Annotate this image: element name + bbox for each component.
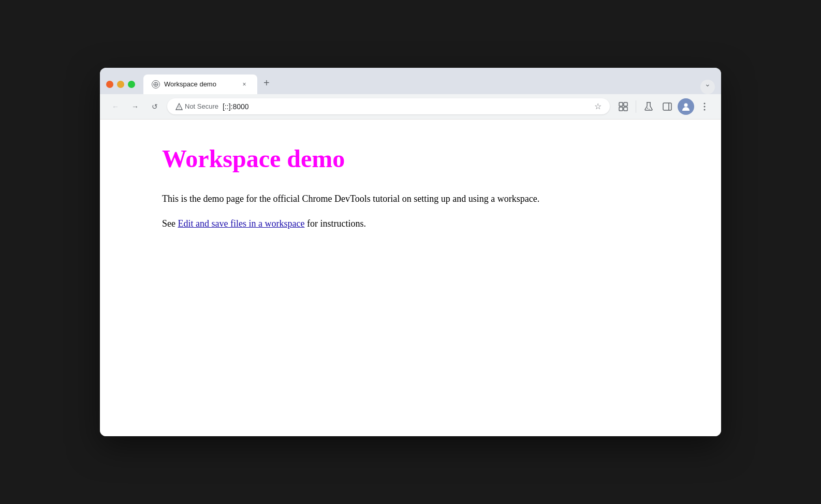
- lab-button[interactable]: [640, 98, 657, 115]
- not-secure-label: Not Secure: [185, 102, 218, 110]
- svg-point-10: [649, 109, 650, 110]
- url-bar[interactable]: ! Not Secure [::]:8000 ☆: [167, 98, 610, 114]
- svg-point-16: [704, 109, 706, 110]
- page-content: Workspace demo This is the demo page for…: [100, 120, 721, 437]
- svg-rect-11: [663, 103, 671, 110]
- svg-point-14: [704, 102, 706, 104]
- workspace-link[interactable]: Edit and save files in a workspace: [178, 218, 305, 229]
- tab-favicon-icon: [152, 80, 160, 88]
- minimize-button[interactable]: [117, 81, 124, 88]
- url-display: [::]:8000: [223, 102, 249, 111]
- close-button[interactable]: [106, 81, 113, 88]
- reload-button[interactable]: ↺: [148, 99, 162, 114]
- back-button[interactable]: ←: [108, 99, 123, 114]
- active-tab[interactable]: Workspace demo ×: [143, 75, 257, 94]
- toolbar-divider: [636, 100, 636, 113]
- svg-point-15: [704, 106, 706, 107]
- page-heading: Workspace demo: [162, 144, 659, 173]
- tab-list-button[interactable]: ⌄: [700, 80, 715, 94]
- sidebar-button[interactable]: [659, 98, 676, 115]
- svg-rect-7: [624, 107, 627, 111]
- svg-rect-4: [619, 102, 623, 106]
- profile-button[interactable]: [678, 98, 694, 115]
- title-bar: Workspace demo × + ⌄: [100, 68, 721, 94]
- bookmark-icon[interactable]: ☆: [594, 101, 602, 111]
- link-prefix: See: [162, 218, 178, 229]
- browser-window: Workspace demo × + ⌄ ← → ↺ !: [100, 68, 721, 437]
- svg-point-13: [684, 103, 688, 107]
- forward-button[interactable]: →: [128, 99, 142, 114]
- new-tab-button[interactable]: +: [257, 73, 276, 93]
- security-indicator: ! Not Secure: [175, 102, 218, 110]
- traffic-lights: [106, 81, 143, 94]
- address-bar: ← → ↺ ! Not Secure [::]:8000 ☆: [100, 94, 721, 120]
- page-link-line: See Edit and save files in a workspace f…: [162, 218, 659, 229]
- tab-bar: Workspace demo × + ⌄: [143, 73, 715, 94]
- svg-text:!: !: [179, 106, 180, 109]
- menu-button[interactable]: [696, 98, 713, 115]
- svg-rect-6: [619, 107, 623, 111]
- warning-icon: !: [175, 103, 183, 110]
- toolbar-icons: [615, 98, 713, 115]
- page-body-text: This is the demo page for the official C…: [162, 191, 659, 206]
- extensions-button[interactable]: [615, 98, 632, 115]
- tab-title: Workspace demo: [164, 80, 236, 88]
- link-suffix: for instructions.: [304, 218, 366, 229]
- svg-rect-5: [624, 102, 627, 106]
- tab-close-button[interactable]: ×: [240, 80, 249, 89]
- maximize-button[interactable]: [128, 81, 135, 88]
- svg-point-9: [647, 108, 648, 109]
